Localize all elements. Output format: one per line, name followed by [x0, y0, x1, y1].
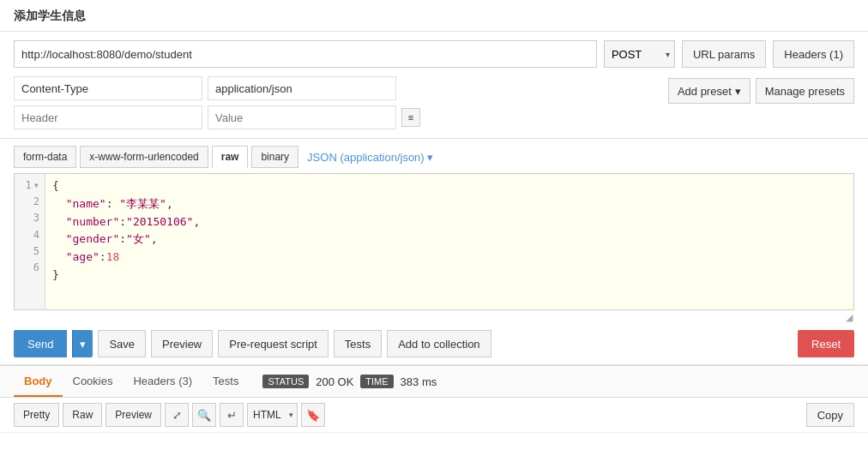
response-tab-cookies[interactable]: Cookies — [63, 366, 124, 397]
headers-section: ≡ Add preset ▾ Manage presets — [14, 76, 854, 129]
response-tab-tests[interactable]: Tests — [202, 366, 249, 397]
preview-button[interactable]: Preview — [151, 330, 213, 357]
format-select[interactable]: HTML JSON XML Text — [247, 403, 298, 427]
bulk-edit-icon[interactable]: ≡ — [401, 108, 420, 127]
header-key-filled[interactable] — [14, 76, 202, 100]
response-tabs-bar: Body Cookies Headers (3) Tests STATUS 20… — [0, 364, 868, 398]
html-format-wrapper: HTML JSON XML Text ▾ — [247, 403, 298, 427]
tab-urlencoded[interactable]: x-www-form-urlencoded — [80, 146, 208, 168]
code-editor[interactable]: 1▾ 2 3 4 5 6 { "name": "李某某", "number":"… — [14, 173, 854, 310]
body-type-tabs: form-data x-www-form-urlencoded raw bina… — [0, 139, 868, 173]
headers-left: ≡ — [14, 76, 420, 129]
tab-form-data[interactable]: form-data — [14, 146, 76, 168]
tab-binary[interactable]: binary — [251, 146, 298, 168]
response-tab-headers[interactable]: Headers (3) — [123, 366, 202, 397]
header-value-filled[interactable] — [208, 76, 396, 100]
top-section: POST GET PUT DELETE PATCH ▾ URL params H… — [0, 32, 868, 139]
raw-button[interactable]: Raw — [63, 403, 102, 427]
response-toolbar: Pretty Raw Preview ⤢ 🔍 ↵ HTML JSON XML T… — [0, 398, 868, 433]
preview-response-button[interactable]: Preview — [105, 403, 161, 427]
reset-button[interactable]: Reset — [798, 330, 854, 357]
save-button[interactable]: Save — [98, 330, 146, 357]
json-format-link[interactable]: JSON (application/json) ▾ — [307, 151, 433, 164]
method-select[interactable]: POST GET PUT DELETE PATCH — [604, 40, 675, 68]
headers-right: Add preset ▾ Manage presets — [668, 76, 854, 104]
json-format-chevron-icon: ▾ — [427, 151, 433, 164]
page-title: 添加学生信息 — [0, 0, 868, 32]
headers-empty-row: ≡ — [14, 105, 420, 129]
headers-button[interactable]: Headers (1) — [773, 40, 854, 68]
search-icon-button[interactable]: 🔍 — [192, 403, 216, 427]
response-tab-body[interactable]: Body — [14, 366, 63, 397]
tab-raw[interactable]: raw — [212, 146, 249, 168]
wrap-icon-button[interactable]: ↵ — [220, 403, 244, 427]
json-format-label: JSON (application/json) — [307, 151, 425, 164]
time-label: TIME — [360, 375, 393, 388]
status-label: STATUS — [262, 375, 309, 388]
time-value: 383 ms — [401, 375, 437, 388]
header-key-input[interactable] — [14, 105, 202, 129]
tests-button[interactable]: Tests — [334, 330, 382, 357]
method-wrapper: POST GET PUT DELETE PATCH ▾ — [604, 40, 675, 68]
bookmark-icon-button[interactable]: 🔖 — [301, 403, 325, 427]
headers-filled-row — [14, 76, 420, 100]
add-to-collection-button[interactable]: Add to collection — [387, 330, 491, 357]
code-content[interactable]: { "name": "李某某", "number":"20150106", "g… — [45, 174, 853, 309]
status-value: 200 OK — [316, 375, 353, 388]
line-numbers: 1▾ 2 3 4 5 6 — [15, 174, 45, 309]
url-params-button[interactable]: URL params — [682, 40, 766, 68]
pretty-button[interactable]: Pretty — [14, 403, 59, 427]
action-bar: Send ▾ Save Preview Pre-request script T… — [0, 323, 868, 364]
send-dropdown-button[interactable]: ▾ — [72, 330, 93, 357]
add-preset-button[interactable]: Add preset ▾ — [668, 78, 750, 104]
send-button[interactable]: Send — [14, 330, 67, 357]
copy-button[interactable]: Copy — [806, 403, 854, 427]
header-value-input[interactable] — [208, 105, 396, 129]
resize-handle[interactable]: ◢ — [0, 310, 868, 323]
status-badges: STATUS 200 OK TIME 383 ms — [262, 375, 437, 388]
url-row: POST GET PUT DELETE PATCH ▾ URL params H… — [14, 40, 854, 68]
fullscreen-icon-button[interactable]: ⤢ — [165, 403, 189, 427]
add-preset-label: Add preset — [678, 85, 732, 98]
add-preset-chevron-icon: ▾ — [735, 85, 741, 98]
url-input[interactable] — [14, 40, 597, 68]
pre-request-button[interactable]: Pre-request script — [218, 330, 329, 357]
manage-presets-button[interactable]: Manage presets — [756, 78, 854, 104]
